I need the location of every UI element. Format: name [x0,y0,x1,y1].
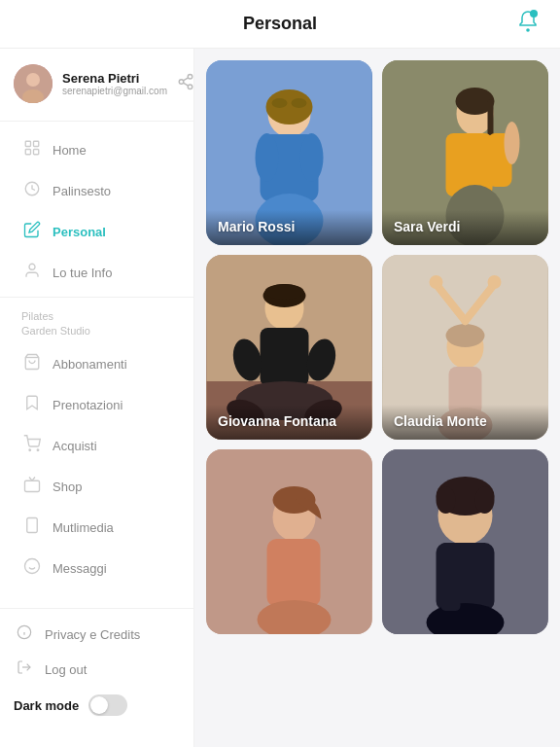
sidebar-item-abbonamenti[interactable]: Abbonamenti [8,344,186,384]
sidebar-item-shop-label: Shop [52,480,82,494]
sidebar-item-acquisti[interactable]: Acquisti [8,426,186,466]
sidebar-nav: Home Palinsesto Persona [0,125,193,608]
sidebar-item-prenotazioni-label: Prenotazioni [52,398,122,412]
sidebar: Serena Pietri serenapietri@gmail.com [0,49,194,747]
svg-point-31 [266,89,313,124]
sidebar-item-multimedia-label: Mutlimedia [52,520,114,535]
avatar [14,64,52,103]
multimedia-icon [21,516,43,539]
svg-line-9 [183,78,188,81]
user-icon [21,262,43,284]
sidebar-item-palinsesto-label: Palinsesto [52,184,111,198]
profile-info: Serena Pietri serenapietri@gmail.com [62,71,167,96]
privacy-label: Privacy e Credits [45,627,140,642]
bookmark-icon [21,394,43,416]
sidebar-item-logout[interactable]: Log out [0,652,193,687]
svg-point-5 [188,75,192,80]
svg-point-65 [488,275,502,289]
trainer-overlay: Giovanna Fontana [206,405,372,440]
page-title: Personal [243,14,317,34]
trainer-overlay: Claudia Monte [382,405,548,440]
shop-icon [21,476,43,498]
trainer-overlay: Mario Rossi [206,210,372,245]
sidebar-item-multimedia[interactable]: Mutlimedia [8,508,186,548]
trainer-name: Claudia Monte [394,413,487,429]
sidebar-item-info-label: Lo tue Info [52,266,112,280]
svg-point-7 [188,85,192,89]
edit-icon [21,221,43,243]
trainer-name: Mario Rossi [218,219,295,234]
sidebar-item-messaggi[interactable]: Messaggi [8,549,186,588]
trainer-overlay: Sara Verdi [382,210,548,245]
main-container: Serena Pietri serenapietri@gmail.com [0,49,560,747]
svg-rect-12 [25,150,30,155]
schedule-icon [21,180,43,202]
toggle-knob [90,696,108,714]
dark-mode-row: Dark mode [0,687,193,724]
info-circle-icon [14,624,35,644]
svg-point-0 [526,28,530,32]
svg-point-45 [505,122,520,164]
svg-point-1 [530,10,538,18]
sidebar-item-shop[interactable]: Shop [8,467,186,507]
share-icon[interactable] [177,73,194,94]
trainer-card-6[interactable] [382,449,548,634]
divider [0,121,193,122]
sidebar-item-acquisti-label: Acquisti [52,439,97,453]
trainer-card-mario-rossi[interactable]: Mario Rossi [206,60,372,245]
sidebar-item-home[interactable]: Home [8,130,186,170]
sidebar-item-abbonamenti-label: Abbonamenti [52,357,127,372]
svg-rect-69 [267,539,321,607]
svg-point-15 [29,264,35,269]
svg-point-74 [437,486,456,514]
top-bar: Personal [0,0,560,49]
trainer-card-bg [382,449,548,634]
trainers-grid: Mario Rossi [206,60,548,634]
logout-icon [14,659,35,679]
sidebar-item-prenotazioni[interactable]: Prenotazioni [8,385,186,425]
svg-point-3 [26,73,40,87]
sidebar-bottom: Privacy e Credits Log out Dark mode [0,608,193,731]
svg-point-6 [179,80,184,85]
svg-rect-20 [27,517,38,532]
bag-icon [21,353,43,375]
notification-bell-icon[interactable] [515,9,541,40]
svg-rect-13 [34,150,39,155]
svg-point-33 [292,98,307,108]
sidebar-item-privacy[interactable]: Privacy e Credits [0,617,193,652]
trainer-card-claudia-monte[interactable]: Claudia Monte [382,255,548,440]
group-label: PilatesGarden Studio [0,302,193,343]
sidebar-item-messaggi-label: Messaggi [52,561,107,576]
svg-rect-78 [441,543,461,611]
sidebar-item-personal[interactable]: Personal [8,212,186,252]
dark-mode-toggle[interactable] [88,694,127,716]
sidebar-item-personal-label: Personal [52,225,106,239]
cart-icon [21,435,43,457]
trainer-card-5[interactable] [206,449,372,634]
logout-label: Log out [45,662,87,677]
trainer-card-sara-verdi[interactable]: Sara Verdi [382,60,548,245]
svg-rect-51 [261,328,309,386]
home-icon [21,139,43,161]
trainer-name: Giovanna Fontana [218,413,336,429]
svg-point-32 [272,98,288,108]
svg-point-50 [265,284,304,300]
svg-point-18 [37,449,39,451]
sidebar-item-info[interactable]: Lo tue Info [8,253,186,293]
svg-rect-10 [25,141,30,146]
svg-point-64 [430,275,443,289]
svg-line-8 [183,83,188,86]
profile-email: serenapietri@gmail.com [62,86,167,96]
svg-point-59 [446,324,485,347]
sidebar-profile[interactable]: Serena Pietri serenapietri@gmail.com [0,64,193,117]
svg-point-17 [29,449,31,451]
trainer-card-bg [206,449,372,634]
sidebar-item-palinsesto[interactable]: Palinsesto [8,171,186,211]
svg-point-75 [475,486,495,514]
content-area: Mario Rossi [194,49,560,747]
svg-rect-19 [25,480,40,491]
divider2 [0,297,193,298]
messages-icon [21,557,43,580]
trainer-card-giovanna-fontana[interactable]: Giovanna Fontana [206,255,372,440]
dark-mode-label: Dark mode [14,698,79,713]
